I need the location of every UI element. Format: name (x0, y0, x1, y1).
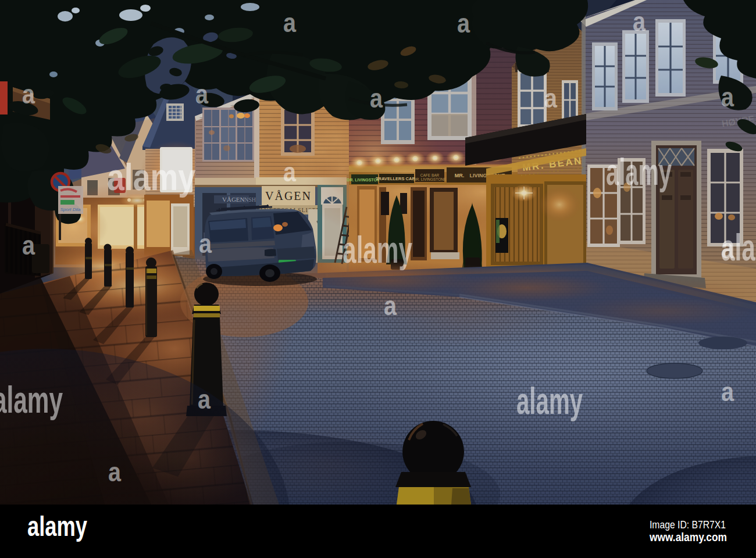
svg-text:Image ID: B7R7X1: Image ID: B7R7X1 (650, 518, 726, 531)
svg-text:a: a (22, 79, 35, 109)
svg-text:alamy: alamy (606, 151, 672, 193)
svg-text:alamy: alamy (27, 511, 87, 542)
svg-text:a: a (721, 377, 734, 407)
svg-text:a: a (544, 83, 557, 113)
svg-text:a: a (283, 8, 296, 38)
svg-text:a: a (384, 291, 397, 321)
svg-text:a: a (199, 228, 212, 259)
svg-text:a: a (283, 157, 296, 187)
svg-text:www.alamy.com: www.alamy.com (649, 531, 727, 543)
svg-text:alamy: alamy (516, 380, 583, 422)
svg-text:a: a (195, 79, 208, 109)
svg-text:a: a (108, 457, 121, 487)
svg-text:a: a (198, 384, 211, 414)
svg-text:alamy: alamy (0, 379, 63, 421)
svg-text:a: a (370, 83, 383, 113)
svg-text:a: a (633, 6, 646, 37)
svg-text:alamy: alamy (343, 229, 412, 271)
svg-text:a: a (22, 230, 35, 260)
svg-text:a: a (457, 8, 470, 38)
svg-text:a: a (721, 82, 734, 112)
svg-text:alamy: alamy (107, 156, 195, 198)
svg-text:a: a (721, 234, 734, 264)
